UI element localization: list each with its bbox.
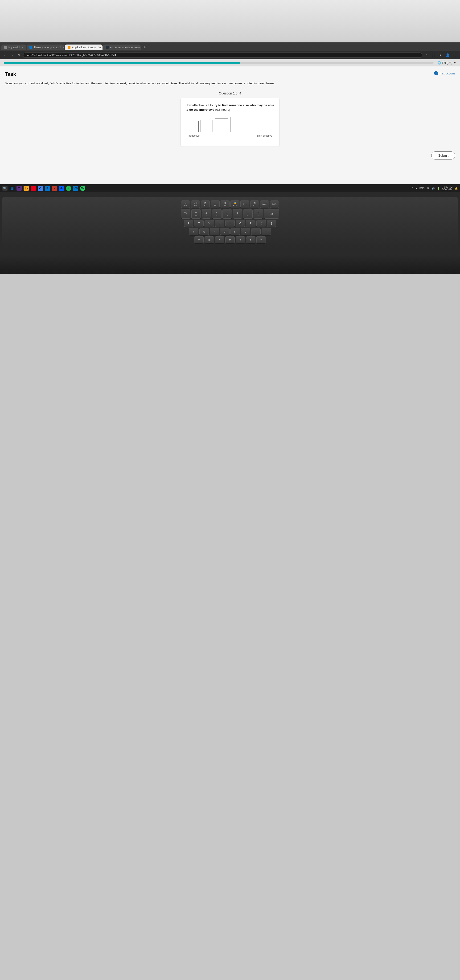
key-b[interactable]: B <box>205 236 214 243</box>
key-0[interactable]: )0 <box>233 209 242 219</box>
key-slash[interactable]: ? <box>256 236 266 243</box>
keyboard-bg: ☼F5 ☼+F6 ⊞F7 ✈F8 ⚙F9 🔒F10 F11 ⊞F12 Inser… <box>2 197 458 248</box>
tab-applications[interactable]: Applications | Amazon Je ✕ <box>65 45 102 50</box>
taskbar-edge-icon[interactable]: E <box>45 186 50 191</box>
rating-box-1[interactable] <box>188 121 199 132</box>
key-m[interactable]: M <box>225 236 235 243</box>
key-k[interactable]: K <box>231 228 240 235</box>
taskbar-spotify-icon[interactable]: ♪ <box>66 186 71 191</box>
key-comma[interactable]: < <box>236 236 245 243</box>
key-semicolon[interactable]: : <box>251 228 261 235</box>
key-t[interactable]: T <box>194 220 204 227</box>
instructions-button[interactable]: i Instructions <box>434 71 455 75</box>
taskbar-notification-icon[interactable]: 🔔 <box>455 187 458 189</box>
taskbar-battery-icon[interactable]: 🔋 <box>437 187 440 189</box>
reload-button[interactable]: ↻ <box>16 52 21 58</box>
info-icon: i <box>434 71 438 75</box>
tab-close-ingwork[interactable]: ✕ <box>21 46 23 49</box>
progress-bar-fill <box>4 62 240 64</box>
key-rbracket[interactable]: ] <box>267 220 276 227</box>
taskbar-time: 2:12 PM 8/30/2024 <box>442 186 453 191</box>
taskbar-lenovo-icon[interactable]: L <box>31 186 36 191</box>
taskbar-chrome-icon[interactable]: C <box>38 186 43 191</box>
laptop-top-bg <box>0 0 460 42</box>
tab-label-applications: Applications | Amazon Je <box>72 46 101 49</box>
key-6[interactable]: ^6 <box>191 209 201 219</box>
key-quote[interactable]: " <box>261 228 271 235</box>
key-l[interactable]: L <box>241 228 250 235</box>
tab-close-thankyou[interactable]: ✕ <box>62 46 64 49</box>
extensions-button[interactable]: ⋮ <box>452 52 458 58</box>
progress-bar-container <box>4 62 434 64</box>
taskbar-vscode-icon[interactable]: VS <box>73 186 78 191</box>
back-button[interactable]: ← <box>2 52 8 58</box>
tab-sso[interactable]: sso.assessments.amazon ✕ <box>103 45 141 50</box>
key-y[interactable]: Y <box>205 220 214 227</box>
language-chevron-icon: ▼ <box>454 61 456 65</box>
key-j[interactable]: J <box>220 228 229 235</box>
language-selector[interactable]: 🌐 EN (US) ▼ <box>438 61 456 65</box>
rating-box-2[interactable] <box>201 120 213 132</box>
key-f11[interactable]: F11 <box>240 200 249 208</box>
key-f[interactable]: F <box>189 228 199 235</box>
key-equal[interactable]: += <box>253 209 263 219</box>
taskbar-explorer-icon[interactable]: 🗂 <box>24 186 29 191</box>
label-ineffective: Ineffective <box>188 134 200 137</box>
zxcv-key-row: V B N M < > ? <box>7 236 453 243</box>
key-u[interactable]: U <box>215 220 224 227</box>
tab-add-button[interactable]: + <box>141 44 148 51</box>
rating-box-3[interactable] <box>215 118 228 132</box>
taskbar-volume-icon[interactable]: 🔊 <box>432 187 435 189</box>
key-o[interactable]: O <box>236 220 245 227</box>
key-p[interactable]: P <box>246 220 255 227</box>
taskbar-wifi-icon[interactable]: ⌘ <box>427 187 429 189</box>
star-button[interactable]: ☆ <box>424 52 429 58</box>
globe-icon: 🌐 <box>438 61 441 65</box>
browser-chrome: ing Work I ✕ Thank you for your appl ✕ A… <box>0 42 460 67</box>
key-period[interactable]: > <box>246 236 255 243</box>
task-description: Based on your current workload, John's a… <box>5 81 455 86</box>
tab-thankyou[interactable]: Thank you for your appl ✕ <box>27 45 64 50</box>
key-f10[interactable]: 🔒F10 <box>231 200 239 208</box>
rating-box-4[interactable] <box>230 117 245 132</box>
taskbar-shield-icon[interactable]: ● <box>416 187 417 189</box>
key-f7[interactable]: ⊞F7 <box>201 200 210 208</box>
key-f5[interactable]: ☼F5 <box>181 200 190 208</box>
taskbar-whatsapp-icon[interactable]: W <box>80 186 85 191</box>
key-7[interactable]: &7 <box>202 209 211 219</box>
key-5[interactable]: %5 <box>181 209 190 219</box>
key-lbracket[interactable]: [ <box>256 220 266 227</box>
address-input[interactable] <box>23 52 422 58</box>
tab-ingwork[interactable]: ing Work I ✕ <box>2 45 26 50</box>
forward-button[interactable]: → <box>10 52 14 58</box>
key-v[interactable]: V <box>194 236 204 243</box>
key-f6[interactable]: ☼+F6 <box>191 200 200 208</box>
submit-button[interactable]: Submit <box>431 151 455 159</box>
key-h[interactable]: H <box>210 228 219 235</box>
taskbar-search-icon[interactable]: 🔍 <box>2 186 8 191</box>
rating-labels: Ineffective Highly effective <box>185 134 275 137</box>
collections-button[interactable]: ★ <box>438 52 443 58</box>
key-backspace[interactable]: Ba <box>264 209 279 219</box>
task-title: Task <box>5 71 16 77</box>
taskbar-windows-icon[interactable]: ⊞ <box>10 186 14 191</box>
taskbar-mcafee-icon[interactable]: M <box>52 186 57 191</box>
key-8[interactable]: *8 <box>212 209 221 219</box>
key-f9[interactable]: ⚙F9 <box>221 200 229 208</box>
taskbar-chevron-icon[interactable]: ⌃ <box>411 187 413 189</box>
taskbar-dropbox-icon[interactable]: ❖ <box>59 186 64 191</box>
key-g[interactable]: G <box>199 228 209 235</box>
taskbar-teams-icon[interactable]: T <box>16 186 22 191</box>
question-prefix: How effective is it to <box>185 103 213 107</box>
key-insert[interactable]: Insert <box>260 200 269 208</box>
profile-button[interactable]: 👤 <box>445 52 450 58</box>
tab-grid-button[interactable]: ☷ <box>431 52 436 58</box>
key-n[interactable]: N <box>215 236 224 243</box>
key-9[interactable]: (9 <box>223 209 232 219</box>
key-f12[interactable]: ⊞F12 <box>250 200 259 208</box>
key-minus[interactable]: —- <box>243 209 253 219</box>
key-prtsc[interactable]: PrtSc <box>270 200 279 208</box>
key-r[interactable]: R <box>184 220 193 227</box>
key-i[interactable]: I <box>225 220 235 227</box>
key-f8[interactable]: ✈F8 <box>211 200 220 208</box>
